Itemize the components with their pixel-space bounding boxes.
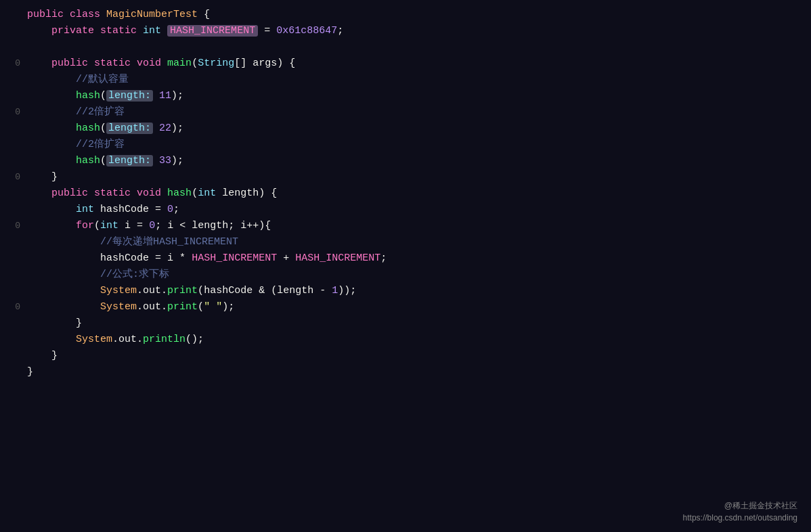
line-content-4: public static void main(String[] args) { [27, 56, 797, 72]
code-line-17: //公式:求下标 [0, 267, 811, 283]
line-content-20: } [27, 315, 797, 332]
line-content-12: public static void hash(int length) { [27, 185, 797, 202]
line-content-2: private static int HASH_INCREMENT = 0x61… [27, 23, 797, 39]
code-line-2: private static int HASH_INCREMENT = 0x61… [0, 23, 811, 39]
code-line-16: hashCode = i * HASH_INCREMENT + HASH_INC… [0, 250, 811, 267]
line-number-4: 0 [7, 57, 20, 71]
code-line-23: } [0, 364, 811, 380]
code-line-14: 0 for(int i = 0; i < length; i++){ [0, 218, 811, 234]
code-editor: public class MagicNumberTest { private s… [0, 0, 811, 532]
line-content-22: } [27, 348, 797, 364]
code-line-5: //默认容量 [0, 72, 811, 88]
line-content-15: //每次递增HASH_INCREMENT [27, 234, 797, 250]
code-line-11: 0 } [0, 169, 811, 185]
line-content-16: hashCode = i * HASH_INCREMENT + HASH_INC… [27, 250, 797, 267]
line-content-19: System.out.print(" "); [27, 299, 797, 315]
line-content-17: //公式:求下标 [27, 267, 797, 283]
line-content-21: System.out.println(); [27, 332, 797, 348]
code-line-9: //2倍扩容 [0, 137, 811, 153]
line-content-7: //2倍扩容 [27, 104, 797, 120]
code-line-8: hash(length: 22); [0, 120, 811, 137]
line-number-7: 0 [7, 106, 20, 120]
code-line-19: 0 System.out.print(" "); [0, 299, 811, 315]
code-line-15: //每次递增HASH_INCREMENT [0, 234, 811, 250]
watermark-line1: @稀土掘金技术社区 [683, 500, 797, 512]
line-number-19: 0 [7, 301, 20, 315]
code-line-18: System.out.print(hashCode & (length - 1)… [0, 283, 811, 299]
watermark-line2: https://blog.csdn.net/outsanding [683, 512, 797, 524]
code-line-4: 0 public static void main(String[] args)… [0, 56, 811, 72]
line-content-18: System.out.print(hashCode & (length - 1)… [27, 283, 797, 299]
line-content-9: //2倍扩容 [27, 137, 797, 153]
code-line-6: hash(length: 11); [0, 88, 811, 104]
code-line-12: public static void hash(int length) { [0, 185, 811, 202]
line-content-3 [27, 39, 797, 56]
line-content-11: } [27, 169, 797, 185]
line-content-5: //默认容量 [27, 72, 797, 88]
code-line-13: int hashCode = 0; [0, 202, 811, 218]
line-content-8: hash(length: 22); [27, 120, 797, 137]
code-line-21: System.out.println(); [0, 332, 811, 348]
code-line-1: public class MagicNumberTest { [0, 7, 811, 23]
line-content-10: hash(length: 33); [27, 153, 797, 169]
code-line-7: 0 //2倍扩容 [0, 104, 811, 120]
watermark: @稀土掘金技术社区 https://blog.csdn.net/outsandi… [683, 500, 797, 524]
code-line-3 [0, 39, 811, 56]
code-line-20: } [0, 315, 811, 332]
code-line-22: } [0, 348, 811, 364]
line-content-23: } [27, 364, 797, 380]
line-content-1: public class MagicNumberTest { [27, 7, 797, 23]
line-content-6: hash(length: 11); [27, 88, 797, 104]
line-content-14: for(int i = 0; i < length; i++){ [27, 218, 797, 234]
line-number-14: 0 [7, 219, 20, 234]
line-content-13: int hashCode = 0; [27, 202, 797, 218]
line-number-11: 0 [7, 171, 20, 185]
code-line-10: hash(length: 33); [0, 153, 811, 169]
